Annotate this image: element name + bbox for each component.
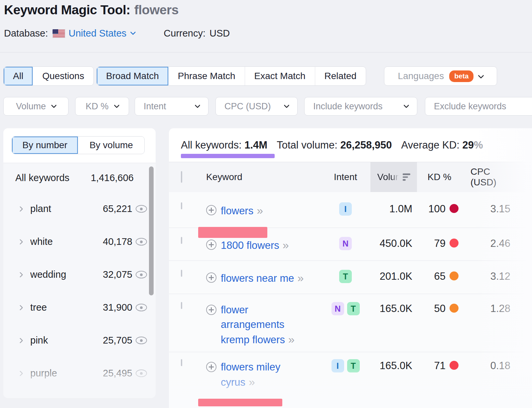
keyword-group-item[interactable]: pink 25,705 [3,324,156,357]
filter-dropdown[interactable]: Exclude keywords [425,97,532,116]
column-keyword[interactable]: Keyword [206,172,321,182]
match-tab[interactable]: All [4,67,33,85]
keyword-link[interactable]: 1800 flowers» [221,238,289,253]
eye-icon[interactable] [136,304,147,311]
chevron-right-icon[interactable] [18,272,23,277]
chevron-down-icon [478,72,484,78]
keyword-link[interactable]: flower arrangements kremp flowers» [221,303,295,347]
intent-badge-T: T [339,270,352,283]
cpc-value: 3.15 [462,192,515,215]
chevron-right-icon[interactable] [18,239,23,245]
keyword-group-item[interactable]: white 40,178 [3,225,156,258]
chevron-down-icon [114,103,119,108]
page-title-label: Keyword Magic Tool: [4,3,130,17]
page-title-query: flowers [134,3,179,17]
chevron-right-icon[interactable] [18,370,23,376]
table-header: Keyword Intent Volume KD % CPC (USD) [169,162,532,192]
languages-label: Languages [398,71,444,81]
chevron-right-icon[interactable] [18,338,23,343]
sidebar-sort-tabs: By numberBy volume [12,136,145,154]
row-checkbox[interactable] [181,302,182,309]
intent-badge-T: T [347,302,360,315]
add-keyword-icon[interactable] [206,305,216,315]
keyword-group-item[interactable]: wedding 32,075 [3,258,156,291]
filter-dropdown[interactable]: Intent [135,97,208,116]
eye-icon[interactable] [136,238,147,246]
sort-desc-icon [403,173,410,181]
add-keyword-icon[interactable] [206,240,216,250]
match-tab[interactable]: Questions [33,67,93,85]
table-body: flowers» I 1.0M 100 3.15 1800 flowers» N… [169,192,532,408]
database-row: Database: United States Currency: USD [4,28,230,39]
match-tab[interactable]: Related [315,67,366,85]
volume-value: 1.0M [370,192,417,215]
keyword-link[interactable]: flowers near me» [221,270,304,286]
cpc-value: 3.12 [462,261,515,282]
keyword-group-item[interactable]: plant 65,221 [3,192,156,225]
all-keywords-row[interactable]: All keywords 1,416,606 [3,163,156,192]
database-select[interactable]: United States [68,28,126,39]
stat-average-kd: Average KD: 29% [401,139,483,151]
table-row: flowers» I 1.0M 100 3.15 [169,192,532,228]
cpc-value: 1.28 [462,294,515,315]
select-all-checkbox[interactable] [181,171,182,183]
column-cpc[interactable]: CPC (USD) [462,166,515,188]
eye-icon[interactable] [136,205,147,213]
row-checkbox[interactable] [181,359,182,366]
kd-dot [450,361,459,370]
chevron-right-icon[interactable] [18,206,23,212]
column-kd[interactable]: KD % [417,172,462,182]
eye-icon[interactable] [136,271,147,278]
open-keyword-icon[interactable]: » [249,375,255,388]
keyword-group-list: plant 65,221 white 40,178 wedding 32,075… [3,192,156,390]
sidebar-sort-tab[interactable]: By volume [78,137,144,154]
match-tab[interactable]: Broad Match [97,67,169,85]
intent-badge-T: T [347,359,360,372]
keyword-highlight-bar [198,399,282,406]
add-keyword-icon[interactable] [206,205,216,215]
eye-icon[interactable] [136,369,147,377]
column-intent[interactable]: Intent [321,172,370,182]
keyword-link[interactable]: flowers» [221,203,263,218]
chevron-down-icon [284,103,290,108]
open-keyword-icon[interactable]: » [257,204,263,217]
filter-dropdown[interactable]: KD % [75,97,129,116]
open-keyword-icon[interactable]: » [283,239,289,251]
kd-value: 71 [434,360,446,372]
keyword-link[interactable]: flowers miley cyrus» [221,360,280,390]
chevron-right-icon[interactable] [18,305,23,310]
sidebar-scrollbar[interactable] [149,166,154,295]
kd-value: 79 [434,238,446,250]
chevron-down-icon [195,103,200,108]
add-keyword-icon[interactable] [206,272,216,283]
open-keyword-icon[interactable]: » [298,271,304,284]
filter-dropdown[interactable]: CPC (USD) [215,97,298,116]
filter-dropdown[interactable]: Volume [3,97,68,116]
all-keywords-count: 1,416,606 [91,172,134,183]
row-checkbox[interactable] [181,202,182,209]
chevron-down-icon [404,103,409,108]
eye-icon[interactable] [136,337,147,344]
chevron-down-icon [51,103,57,108]
filter-dropdown[interactable]: Include keywords [304,97,417,116]
row-checkbox[interactable] [181,270,182,277]
row-checkbox[interactable] [181,237,182,244]
kd-value: 65 [434,270,446,282]
kd-dot [450,204,459,213]
sidebar-sort-tab[interactable]: By number [12,137,78,154]
currency-value: USD [209,28,230,39]
match-tab[interactable]: Exact Match [245,67,315,85]
table-row: flowers near me» T 201.0K 65 3.12 [169,261,532,294]
column-volume[interactable]: Volume [370,162,417,192]
kd-dot [450,304,459,313]
open-keyword-icon[interactable]: » [288,333,295,346]
match-tab-group-match: Broad MatchPhrase MatchExact MatchRelate… [96,66,366,86]
match-tab[interactable]: Phrase Match [169,67,245,85]
keyword-group-item[interactable]: purple 25,495 [3,357,156,390]
chevron-down-icon[interactable] [130,29,136,35]
intent-badge-I: I [339,202,352,216]
languages-button[interactable]: Languages beta [384,66,497,86]
add-keyword-icon[interactable] [206,362,216,372]
keyword-group-item[interactable]: tree 31,900 [3,291,156,324]
intent-badge-I: I [332,359,344,372]
